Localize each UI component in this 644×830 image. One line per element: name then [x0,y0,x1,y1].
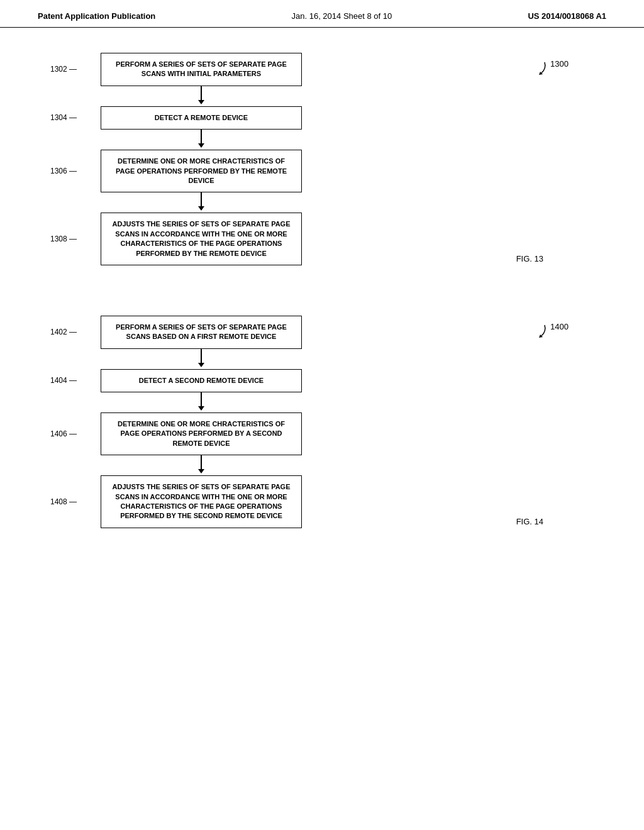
fig13-label: FIG. 13 [516,254,543,263]
step-1408-box: ADJUSTS THE SERIES OF SETS OF SEPARATE P… [101,475,302,528]
step-1404-label: 1404 — [50,376,77,385]
header-left: Patent Application Publication [38,11,155,21]
step-1304-label: 1304 — [50,113,77,122]
step-1406-box: DETERMINE ONE OR MORE CHRACTERISTICS OF … [101,412,302,455]
step-1408-row: 1408 — ADJUSTS THE SERIES OF SETS OF SEP… [101,475,302,528]
diagram-1: 1300 1302 — PERFORM A SERIES OF SETS OF … [38,53,606,278]
page-content: 1300 1302 — PERFORM A SERIES OF SETS OF … [0,28,644,566]
step-1408-label: 1408 — [50,497,77,506]
diagram2-flow: 1402 — PERFORM A SERIES OF SETS OF SEPAR… [101,316,302,528]
step-1404-row: 1404 — DETECT A SECOND REMOTE DEVICE [101,369,302,392]
step-1308-label: 1308 — [50,235,77,243]
diagram1-id: 1300 [550,59,569,69]
fig14-label: FIG. 14 [516,517,543,526]
step-1402-label: 1402 — [50,328,77,336]
step-1302-box: PERFORM A SERIES OF SETS OF SEPARATE PAG… [101,53,302,86]
step-1406-label: 1406 — [50,429,77,438]
arrow-1304-1306 [198,130,204,150]
step-1306-row: 1306 — DETERMINE ONE OR MORE CHRACTERIST… [101,150,302,192]
arrow-1306-1308 [198,192,204,213]
arrow-1406-1408 [198,455,204,475]
arrow-1402-1404 [198,349,204,369]
header-right: US 2014/0018068 A1 [528,11,606,21]
step-1306-label: 1306 — [50,167,77,175]
step-1304-row: 1304 — DETECT A REMOTE DEVICE [101,106,302,130]
step-1402-row: 1402 — PERFORM A SERIES OF SETS OF SEPAR… [101,316,302,349]
diagram-2: 1400 1402 — PERFORM A SERIES OF SETS OF … [38,316,606,541]
step-1308-box: ADJUSTS THE SERIES OF SETS OF SEPARATE P… [101,213,302,265]
step-1404-box: DETECT A SECOND REMOTE DEVICE [101,369,302,392]
step-1308-row: 1308 — ADJUSTS THE SERIES OF SETS OF SEP… [101,213,302,265]
diagram1-flow: 1302 — PERFORM A SERIES OF SETS OF SEPAR… [101,53,302,265]
step-1306-box: DETERMINE ONE OR MORE CHRACTERISTICS OF … [101,150,302,192]
diagram1-id-arrow: 1300 [523,59,569,78]
step-1406-row: 1406 — DETERMINE ONE OR MORE CHRACTERIST… [101,412,302,455]
diagram2-id-arrow: 1400 [523,322,569,341]
diagram2-id: 1400 [550,322,569,331]
step-1304-box: DETECT A REMOTE DEVICE [101,106,302,130]
arrow-1302-1304 [198,86,204,106]
curved-arrow-2 [523,322,548,341]
step-1302-row: 1302 — PERFORM A SERIES OF SETS OF SEPAR… [101,53,302,86]
curved-arrow-1 [523,59,548,78]
arrow-1404-1406 [198,392,204,412]
step-1402-box: PERFORM A SERIES OF SETS OF SEPARATE PAG… [101,316,302,349]
header-center: Jan. 16, 2014 Sheet 8 of 10 [292,11,392,21]
step-1302-label: 1302 — [50,65,77,74]
page-header: Patent Application Publication Jan. 16, … [0,0,644,28]
